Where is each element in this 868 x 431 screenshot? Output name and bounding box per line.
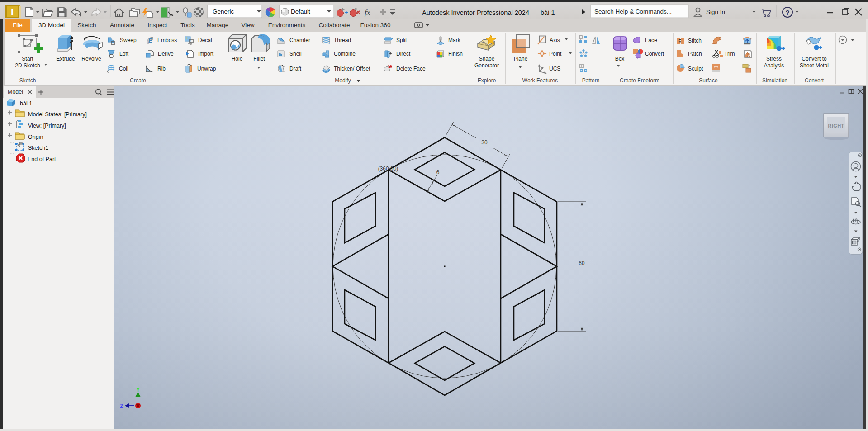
svg-text:E: E bbox=[148, 37, 152, 44]
svg-text:I: I bbox=[10, 6, 14, 18]
svg-text:Origin: Origin bbox=[28, 134, 43, 140]
svg-text:Generic: Generic bbox=[213, 8, 234, 15]
svg-text:Z: Z bbox=[120, 403, 123, 409]
svg-text:bài 1: bài 1 bbox=[541, 9, 555, 16]
svg-text:30: 30 bbox=[481, 139, 488, 146]
svg-text:?: ? bbox=[785, 9, 789, 16]
svg-text:fx: fx bbox=[365, 8, 370, 17]
svg-text:Search Help & Commands...: Search Help & Commands... bbox=[594, 8, 672, 15]
svg-text:End of Part: End of Part bbox=[28, 156, 56, 162]
svg-text:Model States: [Primary]: Model States: [Primary] bbox=[28, 111, 87, 118]
svg-text:60: 60 bbox=[579, 260, 585, 266]
svg-text:Default: Default bbox=[291, 8, 310, 15]
svg-text:6: 6 bbox=[436, 169, 440, 175]
svg-text:RIGHT: RIGHT bbox=[828, 123, 844, 128]
svg-text:Y: Y bbox=[136, 386, 140, 393]
svg-text:Sketch1: Sketch1 bbox=[28, 145, 48, 151]
svg-text:Sign In: Sign In bbox=[706, 9, 725, 15]
svg-text:View: [Primary]: View: [Primary] bbox=[28, 123, 66, 129]
svg-text:Autodesk Inventor Professional: Autodesk Inventor Professional 2024 bbox=[422, 9, 529, 16]
svg-text:bài 1: bài 1 bbox=[20, 100, 32, 107]
